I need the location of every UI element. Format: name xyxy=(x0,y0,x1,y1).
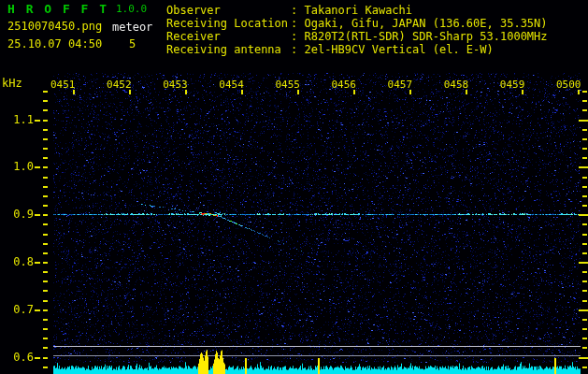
time-tick-label: 0458 xyxy=(444,79,469,91)
info-label: Observer xyxy=(166,4,291,17)
info-row: Receiving antenna: 2el-HB9CV Vertical (e… xyxy=(166,43,548,56)
time-tick-label: 0500 xyxy=(556,79,581,91)
spectrogram-canvas xyxy=(0,0,588,374)
time-tick-label: 0457 xyxy=(388,79,413,91)
info-label: Receiving antenna xyxy=(166,43,291,56)
info-separator: : xyxy=(291,30,304,43)
info-value: R820T2(RTL-SDR) SDR-Sharp 53.1000MHz xyxy=(304,30,547,43)
time-tick-label: 0454 xyxy=(219,79,244,91)
info-row: Observer: Takanori Kawachi xyxy=(166,4,548,17)
observation-datetime: 25.10.07 04:50 xyxy=(7,38,102,50)
freq-tick-label: 0.8 xyxy=(4,255,34,268)
freq-tick-label: 0.6 xyxy=(4,351,34,364)
info-row: Receiving Location: Ogaki, Gifu, JAPAN (… xyxy=(166,17,548,30)
info-separator: : xyxy=(291,43,304,56)
info-separator: : xyxy=(291,17,304,30)
freq-unit-label: kHz xyxy=(2,78,22,89)
meteor-count: 5 xyxy=(129,38,136,50)
freq-tick-label: 0.9 xyxy=(4,208,34,221)
freq-tick-label: 1.1 xyxy=(4,113,34,126)
freq-tick-label: 1.0 xyxy=(4,160,34,173)
time-tick-label: 0455 xyxy=(275,79,300,91)
info-separator: : xyxy=(291,4,304,17)
info-value: Ogaki, Gifu, JAPAN (136.60E, 35.35N) xyxy=(304,17,547,30)
time-tick-label: 0451 xyxy=(50,79,76,91)
app-title: H R O F F T xyxy=(7,3,108,15)
station-info-block: Observer: Takanori KawachiReceiving Loca… xyxy=(166,4,548,56)
info-row: Receiver: R820T2(RTL-SDR) SDR-Sharp 53.1… xyxy=(166,30,548,43)
info-value: 2el-HB9CV Vertical (el. E-W) xyxy=(304,43,493,56)
time-tick-label: 0452 xyxy=(107,79,132,91)
output-filename: 2510070450.png xyxy=(7,21,102,32)
time-tick-label: 0456 xyxy=(332,79,357,91)
info-label: Receiving Location xyxy=(166,17,291,30)
app-version: 1.0.0 xyxy=(116,4,147,14)
info-value: Takanori Kawachi xyxy=(304,4,412,17)
freq-tick-label: 0.7 xyxy=(4,303,34,316)
time-tick-label: 0453 xyxy=(163,79,188,91)
time-tick-label: 0459 xyxy=(500,79,525,91)
info-label: Receiver xyxy=(166,30,291,43)
hrofft-screen: H R O F F T 1.0.0 2510070450.png meteor … xyxy=(0,0,588,374)
mode-label: meteor xyxy=(112,22,152,33)
